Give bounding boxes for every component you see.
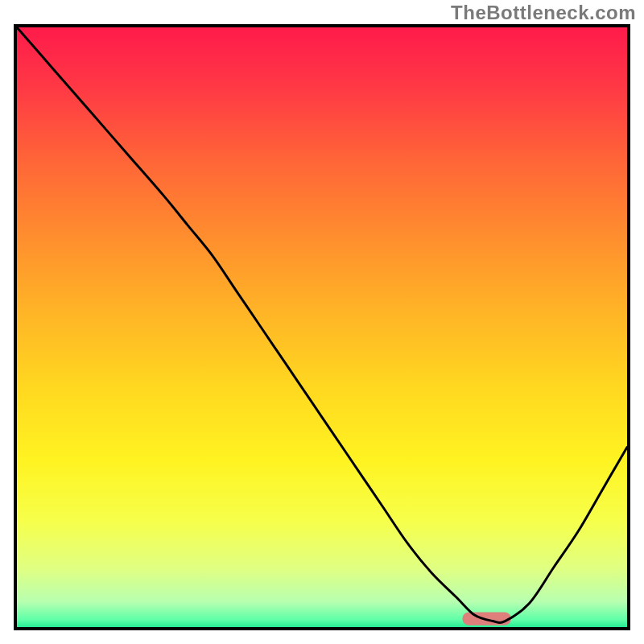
bottleneck-chart [0, 0, 644, 644]
watermark-text: TheBottleneck.com [451, 2, 636, 24]
chart-frame: TheBottleneck.com [0, 0, 644, 644]
plot-background [15, 26, 629, 629]
